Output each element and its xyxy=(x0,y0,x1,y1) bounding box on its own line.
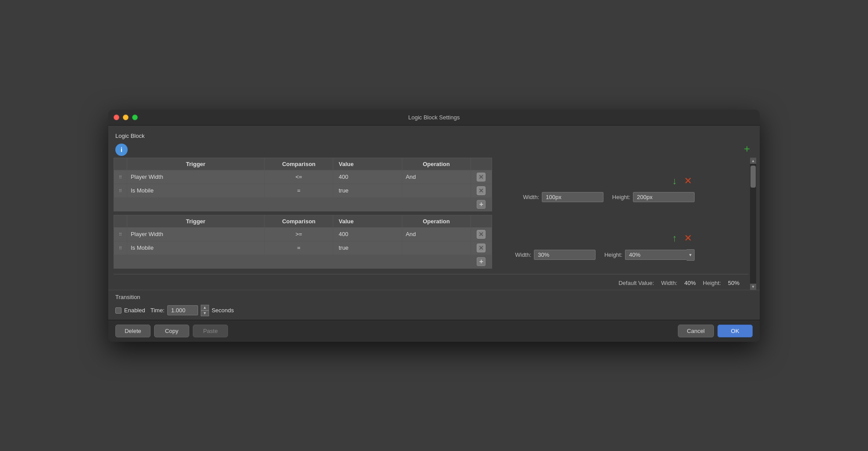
block2-row0-comparison[interactable]: >= xyxy=(265,227,333,241)
block1-row1-operation[interactable] xyxy=(402,184,471,197)
block2-header-trigger: Trigger xyxy=(127,215,264,227)
block1-row0-value[interactable]: 400 xyxy=(333,170,402,184)
enabled-checkbox[interactable] xyxy=(115,307,121,314)
time-input[interactable] xyxy=(167,305,198,315)
info-icon[interactable]: i xyxy=(115,144,128,156)
divider xyxy=(114,274,748,274)
block2-row1-handle[interactable]: ⠿ xyxy=(114,241,127,255)
block1-header-trigger: Trigger xyxy=(127,158,264,170)
default-width-value: 40% xyxy=(684,280,696,286)
btn-group-right: Cancel OK xyxy=(678,325,753,337)
block2-row1-delete[interactable]: ✕ xyxy=(471,241,492,255)
block2-row1-trigger[interactable]: Is Mobile xyxy=(127,241,264,255)
block1-row-0: ⠿ Player Width <= 400 And ✕ xyxy=(114,170,492,184)
block2-row1-operation[interactable] xyxy=(402,241,471,255)
block1-row1-handle[interactable]: ⠿ xyxy=(114,184,127,197)
time-spinner[interactable]: ▲ ▼ xyxy=(201,305,209,316)
block2-width-input[interactable] xyxy=(534,250,596,260)
block1-width-pair: Width: xyxy=(519,192,603,202)
block2-width-pair: Width: xyxy=(511,250,596,260)
block1-row1-trigger[interactable]: Is Mobile xyxy=(127,184,264,197)
scrollbar[interactable]: ▲ ▼ xyxy=(750,158,756,290)
transition-label: Transition xyxy=(115,294,753,300)
default-width-label: Width: xyxy=(661,280,677,286)
maximize-button[interactable] xyxy=(132,115,138,120)
block1-row0-comparison[interactable]: <= xyxy=(265,170,333,184)
add-block-button[interactable]: + xyxy=(743,143,751,155)
block1-row1-value[interactable]: true xyxy=(333,184,402,197)
section-label: Logic Block xyxy=(108,131,760,143)
block2-header-value: Value xyxy=(333,215,402,227)
block1-height-input[interactable] xyxy=(633,192,695,202)
block1-header-value: Value xyxy=(333,158,402,170)
block2-row0-operation[interactable]: And xyxy=(402,227,471,241)
block2-row1-comparison[interactable]: = xyxy=(265,241,333,255)
window-title: Logic Block Settings xyxy=(408,114,460,121)
block2-header-action xyxy=(471,215,492,227)
seconds-label: Seconds xyxy=(212,307,234,314)
main-window: Logic Block Settings Logic Block i + xyxy=(108,110,760,342)
block1-width-label: Width: xyxy=(519,194,539,200)
cancel-button[interactable]: Cancel xyxy=(678,325,714,337)
delete-button[interactable]: Delete xyxy=(115,325,151,337)
block2-row0-handle[interactable]: ⠿ xyxy=(114,227,127,241)
time-spin-up[interactable]: ▲ xyxy=(201,305,209,311)
close-button[interactable] xyxy=(114,115,119,120)
scroll-up-arrow[interactable]: ▲ xyxy=(750,158,756,164)
block2-height-pair: Height: ▼ xyxy=(603,249,695,261)
block2-table: Trigger Comparison Value Operation ⠿ xyxy=(114,215,492,269)
window-body: Logic Block i + Trigger xyxy=(108,126,760,342)
block2-delete-button[interactable]: ✕ xyxy=(683,233,693,244)
block2-wh-row: Width: Height: ▼ xyxy=(501,249,703,261)
scroll-thumb[interactable] xyxy=(750,166,756,188)
block1-move-down-button[interactable]: ↓ xyxy=(671,175,678,187)
paste-button[interactable]: Paste xyxy=(193,325,228,337)
copy-button[interactable]: Copy xyxy=(154,325,189,337)
block2-row0-value[interactable]: 400 xyxy=(333,227,402,241)
title-bar: Logic Block Settings xyxy=(108,110,760,126)
time-label: Time: xyxy=(151,307,165,314)
block1-delete-button[interactable]: ✕ xyxy=(683,175,693,187)
block1-header-operation: Operation xyxy=(402,158,471,170)
block1-row0-trigger[interactable]: Player Width xyxy=(127,170,264,184)
enabled-label: Enabled xyxy=(124,307,145,314)
default-value-label: Default Value: xyxy=(618,280,654,286)
block1-row0-delete[interactable]: ✕ xyxy=(471,170,492,184)
block2-row-1: ⠿ Is Mobile = true ✕ xyxy=(114,241,492,255)
block2-header-comparison: Comparison xyxy=(265,215,333,227)
block1-table: Trigger Comparison Value Operation ⠿ xyxy=(114,158,492,211)
block1-row1-comparison[interactable]: = xyxy=(265,184,333,197)
ok-button[interactable]: OK xyxy=(717,325,753,337)
block2-row-0: ⠿ Player Width >= 400 And ✕ xyxy=(114,227,492,241)
block2-add-row-btn[interactable]: + xyxy=(477,257,485,266)
block2-row0-delete[interactable]: ✕ xyxy=(471,227,492,241)
block2-width-label: Width: xyxy=(511,251,531,258)
block2-height-input-group: ▼ xyxy=(625,249,695,261)
time-input-group: Time: ▲ ▼ Seconds xyxy=(151,305,234,316)
block1-row0-operation[interactable]: And xyxy=(402,170,471,184)
block1-height-label: Height: xyxy=(611,194,630,200)
block1-col-handle xyxy=(114,158,127,170)
bottom-bar: Delete Copy Paste Cancel OK xyxy=(108,320,760,342)
block2-height-dropdown[interactable]: ▼ xyxy=(687,249,695,261)
block2-col-handle xyxy=(114,215,127,227)
block2-row1-value[interactable]: true xyxy=(333,241,402,255)
btn-group-left: Delete Copy Paste xyxy=(115,325,228,337)
block2-empty-row: + xyxy=(114,255,492,268)
traffic-lights xyxy=(114,115,138,120)
block1-add-row-btn[interactable]: + xyxy=(477,200,485,209)
minimize-button[interactable] xyxy=(123,115,129,120)
block1-row0-handle[interactable]: ⠿ xyxy=(114,170,127,184)
enabled-checkbox-group: Enabled xyxy=(115,307,145,314)
transition-section: Transition Enabled Time: ▲ ▼ Seconds xyxy=(108,290,760,320)
block2-height-input[interactable] xyxy=(625,250,687,260)
block2-row0-trigger[interactable]: Player Width xyxy=(127,227,264,241)
block1-row-1: ⠿ Is Mobile = true ✕ xyxy=(114,184,492,197)
time-spin-down[interactable]: ▼ xyxy=(201,311,209,316)
block1-row1-delete[interactable]: ✕ xyxy=(471,184,492,197)
default-height-label: Height: xyxy=(703,280,721,286)
block1-wh-row: Width: Height: xyxy=(501,192,703,202)
scroll-down-arrow[interactable]: ▼ xyxy=(750,284,756,290)
block2-move-up-button[interactable]: ↑ xyxy=(671,233,678,244)
block1-width-input[interactable] xyxy=(542,192,603,202)
